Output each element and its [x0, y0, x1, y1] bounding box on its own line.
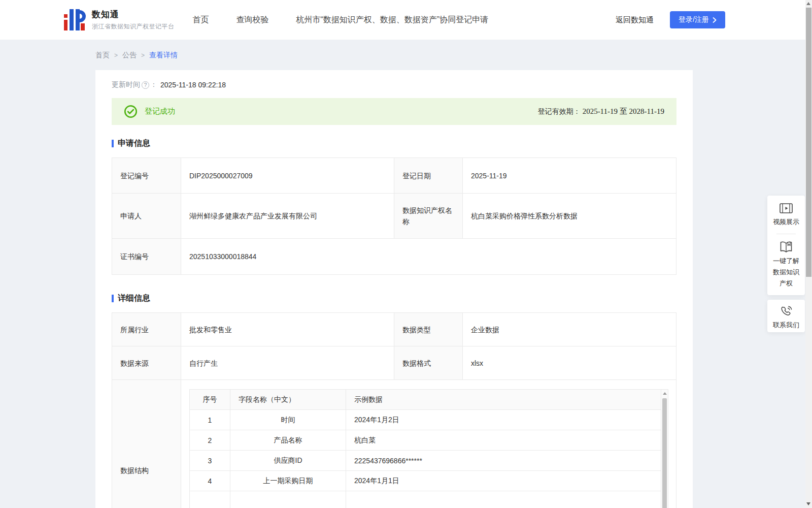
breadcrumb: 首页>公告>查看详情 — [95, 51, 178, 60]
structure-scrollbar-up-arrow[interactable] — [663, 392, 667, 395]
info-value: 20251033000018844 — [181, 239, 676, 274]
section-apply-info: 申请信息 — [112, 138, 676, 149]
structure-cell — [230, 491, 346, 508]
info-value: 杭白菜采购价格弹性系数分析数据 — [463, 194, 676, 238]
success-check-icon — [124, 105, 138, 118]
status-banner: 登记成功 登记有效期： 2025-11-19 至 2028-11-19 — [112, 98, 676, 125]
info-value: 企业数据 — [463, 313, 676, 346]
structure-cell: 产品名称 — [230, 430, 346, 450]
section-apply-title: 申请信息 — [118, 138, 150, 149]
structure-cell — [346, 491, 661, 508]
validity-info: 登记有效期： 2025-11-19 至 2028-11-19 — [538, 107, 664, 116]
apply-info-table: 登记编号DIP2025000027009登记日期2025-11-19申请人湖州鲜… — [112, 157, 676, 275]
update-time-value: 2025-11-18 09:22:18 — [160, 81, 226, 89]
info-table-row: 申请人湖州鲜绿多健康农产品产业发展有限公司数据知识产权名称杭白菜采购价格弹性系数… — [112, 194, 676, 239]
logo-title: 数知通 — [92, 9, 175, 20]
scrollbar-down-arrow[interactable] — [806, 502, 810, 505]
structure-table-header: 序号字段名称（中文）示例数据 — [190, 390, 668, 410]
data-structure-label: 数据结构 — [112, 380, 181, 508]
structure-header-cell: 示例数据 — [346, 390, 668, 409]
nav-item-1[interactable]: 查询校验 — [236, 15, 269, 25]
structure-cell: 上一期采购日期 — [230, 471, 346, 491]
section-detail-title: 详细信息 — [118, 293, 150, 304]
info-label: 登记编号 — [112, 158, 181, 193]
structure-cell: 1 — [190, 410, 230, 430]
structure-table-row: 1时间2024年1月2日 — [190, 410, 661, 430]
structure-header-cell: 字段名称（中文） — [230, 390, 346, 409]
nav-item-2[interactable]: 杭州市“数据知识产权、数据、数据资产”协同登记申请 — [296, 15, 489, 25]
logo-subtitle: 浙江省数据知识产权登记平台 — [92, 22, 175, 31]
scrollbar-thumb[interactable] — [806, 8, 811, 277]
structure-cell: 2 — [190, 430, 230, 450]
breadcrumb-item-2: 查看详情 — [149, 51, 178, 60]
detail-info-table: 所属行业批发和零售业数据类型企业数据数据来源自行产生数据格式xlsx数据结构序号… — [112, 312, 676, 508]
back-link[interactable]: 返回数知通 — [616, 15, 654, 25]
info-value: DIP2025000027009 — [181, 158, 394, 193]
video-demo-label: 视频展示 — [767, 216, 805, 228]
section-detail-info: 详细信息 — [112, 293, 676, 304]
structure-cell: 供应商ID — [230, 451, 346, 470]
video-icon — [779, 202, 793, 214]
header-right: 返回数知通 登录/注册 — [616, 11, 725, 28]
contact-us-button[interactable]: 联系我们 — [767, 305, 805, 331]
chevron-right-icon — [713, 17, 717, 23]
structure-scrollbar-thumb[interactable] — [662, 398, 667, 508]
info-table-row: 证书编号20251033000018844 — [112, 239, 676, 274]
scrollbar-up-arrow[interactable] — [806, 2, 810, 5]
detail-card: 更新时间 ? ： 2025-11-18 09:22:18 登记成功 登记有效期：… — [95, 70, 693, 508]
app-header: 数知通 浙江省数据知识产权登记平台 首页查询校验杭州市“数据知识产权、数据、数据… — [0, 0, 805, 40]
structure-table: 序号字段名称（中文）示例数据1时间2024年1月2日2产品名称杭白菜3供应商ID… — [189, 389, 668, 508]
structure-table-row: 4上一期采购日期2024年1月1日 — [190, 471, 661, 491]
section-bar — [112, 140, 114, 147]
structure-table-scrollbar[interactable] — [661, 390, 668, 508]
breadcrumb-item-0[interactable]: 首页 — [95, 51, 110, 60]
help-icon[interactable]: ? — [142, 81, 149, 89]
status-text: 登记成功 — [145, 107, 175, 116]
nav-item-0[interactable]: 首页 — [193, 15, 209, 25]
info-label: 登记日期 — [394, 158, 463, 193]
info-value: 2025-11-19 — [463, 158, 676, 193]
video-demo-button[interactable]: 视频展示 — [767, 202, 805, 228]
structure-cell: 2225437696866****** — [346, 451, 661, 470]
login-button-label: 登录/注册 — [679, 15, 709, 24]
info-value: 湖州鲜绿多健康农产品产业发展有限公司 — [181, 194, 394, 238]
guide-button[interactable]: 一键了解数据知识产权 — [767, 240, 805, 289]
data-structure-body: 序号字段名称（中文）示例数据1时间2024年1月2日2产品名称杭白菜3供应商ID… — [181, 380, 676, 508]
main-nav: 首页查询校验杭州市“数据知识产权、数据、数据资产”协同登记申请 — [193, 15, 489, 25]
phone-icon — [780, 305, 793, 318]
structure-table-body: 1时间2024年1月2日2产品名称杭白菜3供应商ID2225437696866*… — [190, 410, 668, 508]
contact-panel: 联系我们 — [767, 300, 805, 332]
login-button[interactable]: 登录/注册 — [670, 11, 725, 28]
page-scrollbar[interactable] — [805, 0, 812, 508]
info-label: 数据知识产权名称 — [394, 194, 463, 238]
validity-value: 2025-11-19 至 2028-11-19 — [583, 107, 664, 116]
logo[interactable]: 数知通 浙江省数据知识产权登记平台 — [63, 8, 175, 31]
validity-label: 登记有效期： — [538, 107, 581, 116]
structure-table-row — [190, 491, 661, 508]
info-value: 自行产生 — [181, 346, 394, 379]
info-label: 所属行业 — [112, 313, 181, 346]
book-icon — [779, 240, 793, 253]
info-label: 申请人 — [112, 194, 181, 238]
guide-label: 一键了解数据知识产权 — [772, 256, 800, 289]
info-value: 批发和零售业 — [181, 313, 394, 346]
breadcrumb-item-1[interactable]: 公告 — [122, 51, 137, 60]
structure-cell: 杭白菜 — [346, 430, 661, 450]
info-table-row: 登记编号DIP2025000027009登记日期2025-11-19 — [112, 158, 676, 194]
structure-table-row: 2产品名称杭白菜 — [190, 430, 661, 451]
logo-icon — [63, 8, 87, 31]
update-time-label: 更新时间 — [112, 80, 140, 89]
breadcrumb-separator: > — [114, 52, 118, 59]
info-label: 数据类型 — [394, 313, 463, 346]
info-label: 数据来源 — [112, 346, 181, 379]
structure-cell: 2024年1月2日 — [346, 410, 661, 430]
structure-cell: 时间 — [230, 410, 346, 430]
structure-header-cell: 序号 — [190, 390, 230, 409]
update-time-row: 更新时间 ? ： 2025-11-18 09:22:18 — [112, 80, 676, 89]
info-label: 证书编号 — [112, 239, 181, 274]
status-banner-left: 登记成功 — [124, 105, 175, 118]
structure-cell: 4 — [190, 471, 230, 491]
info-value: xlsx — [463, 346, 676, 379]
structure-cell: 3 — [190, 451, 230, 470]
structure-cell: 2024年1月1日 — [346, 471, 661, 491]
